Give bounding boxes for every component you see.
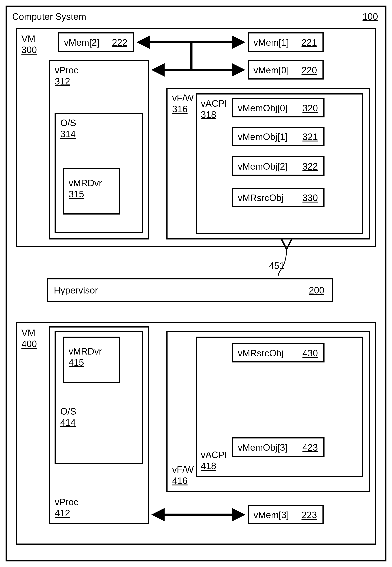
vmrsrcobj430-label: vMRsrcObj [238, 348, 283, 359]
vmem0-num: 220 [302, 65, 317, 76]
vmrsrcobj430-num: 430 [303, 348, 318, 359]
vproc412-num: 412 [55, 508, 70, 519]
hypervisor-num: 200 [309, 285, 324, 296]
vmrdvr415-label: vMRDvr [69, 346, 102, 357]
computer-system-num: 100 [363, 11, 378, 22]
vm300-num: 300 [21, 44, 37, 55]
vmrdvr315-label: vMRDvr [69, 178, 102, 188]
vmem0-box: vMem[0] 220 [248, 60, 323, 80]
os314-label: O/S [60, 118, 76, 128]
hypervisor-label: Hypervisor [54, 285, 98, 296]
vmem2-num: 222 [112, 37, 127, 48]
vproc312-label: vProc [55, 65, 78, 76]
vfw316-label: vF/W [172, 93, 194, 103]
vacpi418-num: 418 [201, 461, 216, 471]
vacpi318-label: vACPI [201, 98, 227, 109]
vproc412-label: vProc [55, 497, 78, 508]
vfw316-num: 316 [172, 104, 187, 114]
vmemobj3-num: 423 [303, 442, 318, 453]
vmemobj0-box: vMemObj[0] 320 [232, 98, 324, 117]
computer-system-label: Computer System [12, 11, 86, 22]
vmemobj2-box: vMemObj[2] 322 [232, 156, 324, 176]
vmrdvr415-num: 415 [69, 357, 84, 368]
vmrdvr315-num: 315 [69, 189, 84, 199]
vmemobj0-num: 320 [303, 103, 318, 113]
vm400-label: VM [21, 327, 35, 338]
vmrdvr415-box: vMRDvr 415 [63, 337, 120, 383]
vmem1-label: vMem[1] [253, 37, 289, 48]
vfw416-label: vF/W [172, 464, 194, 475]
vacpi418-label: vACPI [201, 450, 227, 460]
vmrsrcobj330-box: vMRsrcObj 330 [232, 188, 324, 207]
vmem1-box: vMem[1] 221 [248, 32, 323, 52]
vmrsrcobj430-box: vMRsrcObj 430 [232, 343, 324, 362]
vmemobj2-label: vMemObj[2] [238, 161, 288, 172]
hypervisor-box: Hypervisor 200 [47, 278, 333, 302]
vmem1-num: 221 [302, 37, 317, 48]
vmem2-box: vMem[2] 222 [58, 32, 134, 52]
os414-num: 414 [60, 417, 76, 428]
vmemobj1-label: vMemObj[1] [238, 131, 288, 142]
vmemobj1-box: vMemObj[1] 321 [232, 127, 324, 146]
vmem0-label: vMem[0] [253, 65, 289, 76]
vmemobj0-label: vMemObj[0] [238, 103, 288, 113]
vm300-label: VM [21, 33, 35, 44]
vacpi318-num: 318 [201, 109, 216, 120]
vmrdvr315-box: vMRDvr 315 [63, 168, 120, 214]
os314-num: 314 [60, 129, 76, 140]
os414-label: O/S [60, 406, 76, 417]
vmemobj3-box: vMemObj[3] 423 [232, 437, 324, 457]
vmem3-box: vMem[3] 223 [248, 505, 323, 524]
vmem2-label: vMem[2] [64, 37, 99, 48]
vmemobj3-label: vMemObj[3] [238, 442, 288, 453]
vmrsrcobj330-num: 330 [303, 193, 318, 203]
vm400-num: 400 [21, 339, 37, 349]
vmemobj2-num: 322 [303, 161, 318, 172]
arrow451-num: 451 [269, 260, 284, 271]
vmemobj1-num: 321 [303, 131, 318, 142]
vmrsrcobj330-label: vMRsrcObj [238, 193, 283, 203]
vproc312-num: 312 [55, 76, 70, 87]
vmem3-label: vMem[3] [253, 510, 289, 520]
vmem3-num: 223 [302, 510, 317, 520]
vfw416-num: 416 [172, 475, 187, 486]
